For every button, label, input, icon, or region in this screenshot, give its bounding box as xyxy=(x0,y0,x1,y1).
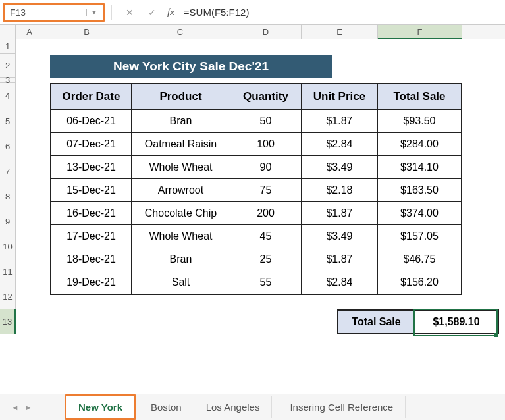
cell[interactable]: Chocolate Chip xyxy=(132,202,230,224)
table-header-row: Order Date Product Quantity Unit Price T… xyxy=(51,84,461,109)
cell[interactable]: 45 xyxy=(230,225,302,248)
cancel-icon[interactable]: ✕ xyxy=(119,3,141,22)
cell[interactable]: 07-Dec-21 xyxy=(51,133,132,155)
name-box[interactable]: F13 ▼ xyxy=(3,3,105,22)
confirm-icon[interactable]: ✓ xyxy=(141,3,163,22)
table-row: 19-Dec-21Salt55$2.84$156.20 xyxy=(51,271,461,294)
tab-inserting-cell-reference[interactable]: Insering Cell Reference xyxy=(278,396,406,418)
row-header[interactable]: 13 xyxy=(0,309,16,334)
fx-icon[interactable]: fx xyxy=(167,7,174,18)
total-label[interactable]: Total Sale xyxy=(338,311,415,333)
cell[interactable]: 19-Dec-21 xyxy=(51,271,132,294)
cell[interactable]: Arrowroot xyxy=(132,179,230,201)
tab-boston[interactable]: Boston xyxy=(139,396,194,418)
col-header-a[interactable]: A xyxy=(16,25,43,39)
cell[interactable]: 100 xyxy=(230,133,302,155)
cell[interactable]: $156.20 xyxy=(378,271,461,294)
col-header-f[interactable]: F xyxy=(378,25,462,39)
cell[interactable]: $1.87 xyxy=(302,248,378,271)
table-row: 13-Dec-21Whole Wheat90$3.49$314.10 xyxy=(51,155,461,178)
cell[interactable]: 50 xyxy=(230,110,302,132)
tab-new-york[interactable]: New York xyxy=(65,394,136,420)
data-table: Order Date Product Quantity Unit Price T… xyxy=(50,83,462,295)
tab-divider xyxy=(275,400,275,415)
row-headers: 1 2 3 4 5 6 7 8 9 10 11 12 13 xyxy=(0,39,16,392)
row-header[interactable]: 5 xyxy=(0,109,16,134)
tab-los-angeles[interactable]: Los Angeles xyxy=(194,396,273,418)
header-cell[interactable]: Order Date xyxy=(51,84,132,109)
table-row: 15-Dec-21Arrowroot75$2.18$163.50 xyxy=(51,178,461,201)
cell[interactable]: $46.75 xyxy=(378,248,461,271)
header-cell[interactable]: Product xyxy=(132,84,230,109)
table-title[interactable]: New York City Sale Dec'21 xyxy=(50,55,332,78)
formula-bar: F13 ▼ ✕ ✓ fx =SUM(F5:F12) xyxy=(0,0,505,25)
row-header[interactable]: 4 xyxy=(0,83,16,109)
cell[interactable]: 06-Dec-21 xyxy=(51,110,132,132)
row-header[interactable]: 1 xyxy=(0,39,16,54)
row-header[interactable]: 6 xyxy=(0,134,16,159)
cell[interactable]: $1.87 xyxy=(302,202,378,224)
cell[interactable]: $163.50 xyxy=(378,179,461,201)
cell[interactable]: 16-Dec-21 xyxy=(51,202,132,224)
cell[interactable]: Bran xyxy=(132,248,230,271)
cell[interactable]: 75 xyxy=(230,179,302,201)
table-row: 06-Dec-21Bran50$1.87$93.50 xyxy=(51,109,461,132)
cell[interactable]: 90 xyxy=(230,156,302,178)
cell[interactable]: $3.49 xyxy=(302,156,378,178)
cell[interactable]: Bran xyxy=(132,110,230,132)
cell[interactable]: $2.84 xyxy=(302,271,378,294)
cell[interactable]: $1.87 xyxy=(302,110,378,132)
cell[interactable]: $374.00 xyxy=(378,202,461,224)
table-row: 07-Dec-21Oatmeal Raisin100$2.84$284.00 xyxy=(51,132,461,155)
cell[interactable]: $2.84 xyxy=(302,133,378,155)
divider xyxy=(111,5,112,20)
cell[interactable]: $157.05 xyxy=(378,225,461,248)
cell[interactable]: $314.10 xyxy=(378,156,461,178)
total-row: Total Sale $1,589.10 xyxy=(337,309,499,334)
cell[interactable]: Whole Wheat xyxy=(132,225,230,248)
col-header-c[interactable]: C xyxy=(130,25,230,39)
cell[interactable]: $93.50 xyxy=(378,110,461,132)
tab-nav-next-icon[interactable]: ► xyxy=(22,402,34,413)
cell[interactable]: $3.49 xyxy=(302,225,378,248)
table-row: 17-Dec-21Whole Wheat45$3.49$157.05 xyxy=(51,224,461,248)
formula-input[interactable]: =SUM(F5:F12) xyxy=(178,3,505,22)
spreadsheet: A B C D E F 1 2 3 4 5 6 7 8 9 10 11 12 1… xyxy=(0,25,505,392)
row-header[interactable]: 10 xyxy=(0,234,16,259)
cell[interactable]: Salt xyxy=(132,271,230,294)
name-box-value: F13 xyxy=(10,7,26,18)
cell[interactable]: 17-Dec-21 xyxy=(51,225,132,248)
cell[interactable]: 15-Dec-21 xyxy=(51,179,132,201)
total-value[interactable]: $1,589.10 xyxy=(415,311,498,333)
cell[interactable]: 200 xyxy=(230,202,302,224)
name-box-dropdown-icon[interactable]: ▼ xyxy=(86,9,97,16)
row-header[interactable]: 7 xyxy=(0,159,16,184)
table-row: 18-Dec-21Bran25$1.87$46.75 xyxy=(51,248,461,271)
cell[interactable]: 25 xyxy=(230,248,302,271)
cell[interactable]: Whole Wheat xyxy=(132,156,230,178)
cell[interactable]: 13-Dec-21 xyxy=(51,156,132,178)
row-header[interactable]: 8 xyxy=(0,184,16,209)
col-header-b[interactable]: B xyxy=(43,25,130,39)
header-cell[interactable]: Total Sale xyxy=(378,84,461,109)
select-all-corner[interactable] xyxy=(0,25,16,39)
col-header-d[interactable]: D xyxy=(230,25,302,39)
row-header[interactable]: 12 xyxy=(0,284,16,309)
row-header[interactable]: 3 xyxy=(0,78,16,83)
header-cell[interactable]: Unit Price xyxy=(302,84,378,109)
table-row: 16-Dec-21Chocolate Chip200$1.87$374.00 xyxy=(51,201,461,224)
cell[interactable]: 18-Dec-21 xyxy=(51,248,132,271)
row-header[interactable]: 2 xyxy=(0,54,16,78)
col-header-e[interactable]: E xyxy=(302,25,378,39)
cell[interactable]: 55 xyxy=(230,271,302,294)
cell-grid[interactable]: New York City Sale Dec'21 Order Date Pro… xyxy=(16,39,505,392)
column-headers: A B C D E F xyxy=(0,25,505,39)
header-cell[interactable]: Quantity xyxy=(230,84,302,109)
row-header[interactable]: 9 xyxy=(0,209,16,234)
cell[interactable]: $2.18 xyxy=(302,179,378,201)
tab-nav-prev-icon[interactable]: ◄ xyxy=(9,402,21,413)
cell[interactable]: Oatmeal Raisin xyxy=(132,133,230,155)
row-header[interactable]: 11 xyxy=(0,259,16,284)
cell[interactable]: $284.00 xyxy=(378,133,461,155)
sheet-tabs: ◄ ► New York Boston Los Angeles Insering… xyxy=(0,394,505,420)
